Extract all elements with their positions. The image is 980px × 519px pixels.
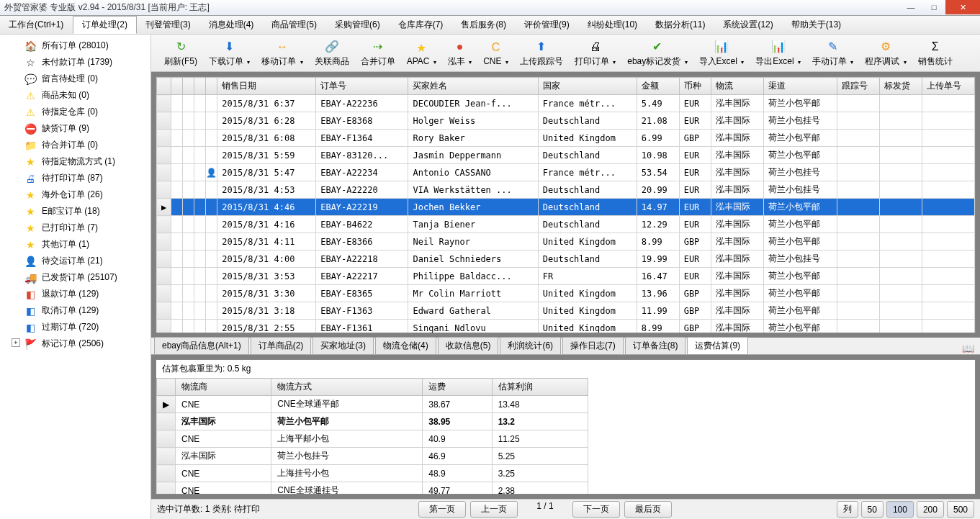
freight-table[interactable]: 物流商物流方式运费估算利润▶CNECNE全球通平邮38.6713.48泓丰国际荷… (156, 378, 588, 494)
column-header[interactable]: 销售日期 (217, 78, 316, 95)
column-header[interactable]: 金额 (637, 78, 679, 95)
main-menu-item[interactable]: 消息处理(4) (200, 16, 264, 34)
toolbar-button[interactable]: ★APAC ▾ (401, 38, 442, 68)
order-row[interactable]: ▶2015/8/31 4:46EBAY-A22219Jochen BekkerD… (157, 199, 975, 216)
prev-page-button[interactable]: 上一页 (470, 501, 518, 518)
main-menu-item[interactable]: 刊登管理(3) (137, 16, 200, 34)
detail-tab[interactable]: ebay商品信息(Alt+1) (154, 337, 249, 354)
order-row[interactable]: 2015/8/31 3:18EBAY-F1363Edward GatheralU… (157, 302, 975, 320)
toolbar-button[interactable]: ↻刷新(F5) (158, 37, 203, 69)
column-header[interactable]: 标发货 (879, 78, 922, 95)
column-header[interactable]: 买家姓名 (408, 78, 538, 95)
help-icon[interactable]: 📖 (962, 343, 974, 354)
detail-tab[interactable]: 收款信息(5) (438, 337, 499, 354)
list-columns-button[interactable]: 列 (837, 501, 858, 518)
toolbar-button[interactable]: 🖨打印订单 ▾ (569, 37, 621, 69)
freight-row[interactable]: 泓丰国际荷兰小包挂号46.95.25 (157, 448, 588, 465)
toolbar-button[interactable]: 📊导入Excel ▾ (693, 37, 750, 69)
last-page-button[interactable]: 最后页 (624, 501, 672, 518)
column-header[interactable]: 渠道 (764, 78, 837, 95)
toolbar-button[interactable]: ⚙程序调试 ▾ (859, 37, 912, 69)
toolbar-button[interactable]: ●泓丰 ▾ (442, 37, 477, 69)
order-row[interactable]: 2015/8/31 4:16EBAY-B4622Tanja BienerDeut… (157, 216, 975, 233)
sidebar-item[interactable]: ★已打印订单 (7) (0, 220, 150, 236)
freight-column-header[interactable]: 物流商 (176, 379, 271, 396)
sidebar-item[interactable]: 🖨待打印订单 (87) (0, 170, 150, 186)
close-button[interactable]: ✕ (945, 0, 980, 14)
order-row[interactable]: 2015/8/31 3:53EBAY-A22217Philippe Baldac… (157, 268, 975, 285)
toolbar-button[interactable]: ✎手动订单 ▾ (806, 37, 859, 69)
order-row[interactable]: 2015/8/31 4:53EBAY-A22220VIA Werkstätten… (157, 181, 975, 199)
order-row[interactable]: 2015/8/31 6:28EBAY-E8368Holger WeissDeut… (157, 112, 975, 130)
pagesize-100-button[interactable]: 100 (886, 501, 914, 518)
freight-row[interactable]: ▶CNECNE全球通平邮38.6713.48 (157, 396, 588, 413)
order-table[interactable]: 销售日期订单号买家姓名国家金额币种物流渠道跟踪号标发货上传单号2015/8/31… (156, 77, 975, 333)
first-page-button[interactable]: 第一页 (418, 501, 466, 518)
sidebar-item[interactable]: ◧过期订单 (720) (0, 319, 150, 335)
main-menu-item[interactable]: 订单处理(2) (73, 16, 137, 34)
order-row[interactable]: 2015/8/31 6:08EBAY-F1364Rory BakerUnited… (157, 130, 975, 147)
detail-tab[interactable]: 订单备注(8) (625, 337, 686, 354)
main-menu-item[interactable]: 数据分析(11) (647, 16, 714, 34)
toolbar-button[interactable]: 📊导出Excel ▾ (750, 37, 806, 69)
main-menu-item[interactable]: 售后服务(8) (452, 16, 516, 34)
column-header[interactable]: 上传单号 (922, 78, 974, 95)
sidebar-item[interactable]: 🚚已发货订单 (25107) (0, 269, 150, 286)
order-row[interactable]: 2015/8/31 4:00EBAY-A22218Daniel Schniede… (157, 251, 975, 268)
sidebar-item[interactable]: 👤待交运订单 (21) (0, 253, 150, 269)
tree-expand-icon[interactable]: + (12, 338, 20, 347)
freight-column-header[interactable]: 物流方式 (271, 379, 423, 396)
main-menu-item[interactable]: 评价管理(9) (516, 16, 579, 34)
freight-row[interactable]: CNE上海挂号小包48.93.25 (157, 465, 588, 482)
sidebar-item[interactable]: 💬留言待处理 (0) (0, 71, 150, 87)
sidebar-item[interactable]: 🏠所有订单 (28010) (0, 37, 150, 54)
pagesize-50-button[interactable]: 50 (861, 501, 884, 518)
main-menu-item[interactable]: 工作台(Ctrl+1) (0, 16, 73, 34)
toolbar-button[interactable]: ⇢合并订单 (355, 37, 401, 69)
detail-tab[interactable]: 运费估算(9) (687, 337, 748, 354)
main-menu-item[interactable]: 系统设置(12) (714, 16, 782, 34)
order-row[interactable]: 2015/8/31 3:30EBAY-E8365Mr Colin Marriot… (157, 285, 975, 302)
order-row[interactable]: 2015/8/31 5:59EBAY-83120...Jasmin Depper… (157, 147, 975, 164)
sidebar-item[interactable]: ◧退款订单 (129) (0, 286, 150, 302)
freight-column-header[interactable]: 估算利润 (492, 379, 588, 396)
order-row[interactable]: 2015/8/31 2:55EBAY-F1361Singani NdlovuUn… (157, 320, 975, 334)
detail-tab[interactable]: 物流仓储(4) (375, 337, 436, 354)
freight-row[interactable]: CNE上海平邮小包40.911.25 (157, 430, 588, 448)
freight-column-header[interactable]: 运费 (423, 379, 492, 396)
main-menu-item[interactable]: 纠纷处理(10) (579, 16, 647, 34)
sidebar-item[interactable]: ⚠商品未知 (0) (0, 87, 150, 104)
toolbar-button[interactable]: ⬆上传跟踪号 (514, 37, 569, 69)
sidebar-item[interactable]: ★E邮宝订单 (18) (0, 203, 150, 220)
toolbar-button[interactable]: 🔗关联商品 (309, 37, 355, 69)
toolbar-button[interactable]: ⬇下载订单 ▾ (203, 37, 256, 69)
column-header[interactable]: 跟踪号 (837, 78, 880, 95)
toolbar-button[interactable]: ↔移动订单 ▾ (256, 37, 308, 69)
sidebar-item[interactable]: ☆未付款订单 (1739) (0, 54, 150, 71)
detail-tab[interactable]: 操作日志(7) (562, 337, 624, 354)
toolbar-button[interactable]: CCNE ▾ (477, 38, 514, 68)
sidebar-item[interactable]: ★其他订单 (1) (0, 236, 150, 253)
sidebar-item[interactable]: 📁待合并订单 (0) (0, 137, 150, 153)
sidebar-item[interactable]: ⛔缺货订单 (9) (0, 120, 150, 137)
maximize-button[interactable]: □ (922, 0, 945, 14)
main-menu-item[interactable]: 采购管理(6) (326, 16, 390, 34)
column-header[interactable]: 国家 (538, 78, 637, 95)
sidebar-item[interactable]: ★待指定物流方式 (1) (0, 153, 150, 170)
detail-tab[interactable]: 买家地址(3) (313, 337, 374, 354)
pagesize-200-button[interactable]: 200 (917, 501, 944, 518)
sidebar-item[interactable]: ⚠待指定仓库 (0) (0, 104, 150, 120)
main-menu-item[interactable]: 商品管理(5) (263, 16, 326, 34)
order-row[interactable]: 2015/8/31 4:11EBAY-E8366Neil RaynorUnite… (157, 233, 975, 251)
column-header[interactable]: 物流 (711, 78, 764, 95)
detail-tab[interactable]: 利润统计(6) (500, 337, 561, 354)
freight-row[interactable]: CNECNE全球通挂号49.772.38 (157, 482, 588, 495)
column-header[interactable]: 币种 (679, 78, 711, 95)
pagesize-500-button[interactable]: 500 (947, 501, 974, 518)
freight-row[interactable]: 泓丰国际荷兰小包平邮38.9513.2 (157, 413, 588, 430)
order-row[interactable]: 2015/8/31 6:37EBAY-A22236DECOUDIER Jean-… (157, 95, 975, 112)
detail-tab[interactable]: 订单商品(2) (251, 337, 312, 354)
main-menu-item[interactable]: 帮助关于(13) (783, 16, 850, 34)
sidebar-item[interactable]: +🚩标记订单 (2506) (0, 335, 150, 352)
toolbar-button[interactable]: ✔ebay标记发货 ▾ (621, 37, 693, 69)
